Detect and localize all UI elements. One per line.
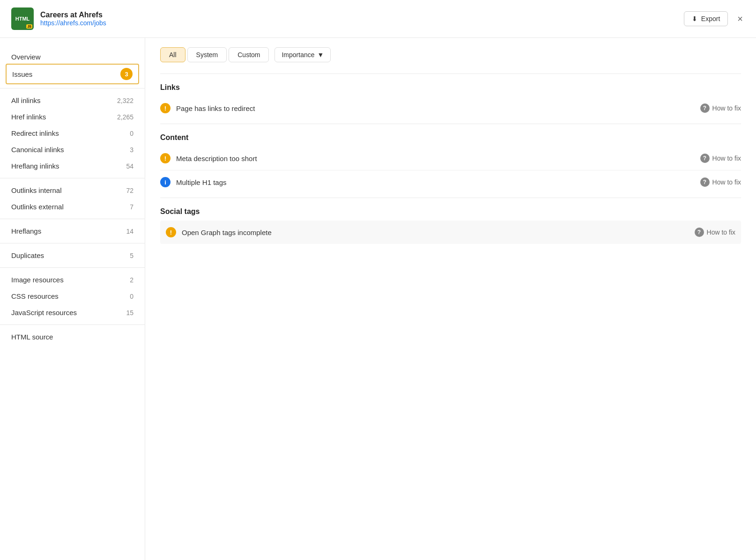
issue-text-meta: Meta description too short	[176, 155, 257, 162]
links-section-title: Links	[160, 80, 741, 96]
how-to-fix-label-redirect: How to fix	[712, 104, 741, 112]
site-info: Careers at Ahrefs https://ahrefs.com/job…	[40, 11, 106, 27]
sidebar-item-href-inlinks[interactable]: Href inlinks 2,265	[0, 109, 145, 125]
how-to-fix-label-meta: How to fix	[712, 155, 741, 162]
sidebar-item-image-resources-label: Image resources	[11, 276, 130, 284]
how-to-fix-h1[interactable]: ? How to fix	[700, 177, 741, 187]
sidebar-item-js-resources[interactable]: JavaScript resources 15	[0, 304, 145, 321]
sidebar-item-outlinks-external-label: Outlinks external	[11, 203, 130, 211]
header-left: HTML JS Careers at Ahrefs https://ahrefs…	[11, 7, 106, 30]
filter-system-button[interactable]: System	[187, 47, 227, 62]
warning-icon-meta: !	[160, 153, 170, 163]
social-tags-section: Social tags ! Open Graph tags incomplete…	[160, 198, 741, 244]
how-to-fix-redirect[interactable]: ? How to fix	[700, 103, 741, 113]
sidebar-item-canonical-inlinks-count: 3	[130, 146, 133, 154]
sidebar-item-hreflang-inlinks-label: Hreflang inlinks	[11, 162, 126, 170]
question-icon-meta: ?	[700, 154, 710, 163]
issues-badge: 3	[120, 68, 133, 80]
issue-row-meta-desc: ! Meta description too short ? How to fi…	[160, 147, 741, 170]
sidebar-item-hreflang-inlinks-count: 54	[126, 162, 133, 170]
sidebar-item-duplicates[interactable]: Duplicates 5	[0, 247, 145, 264]
question-icon-h1: ?	[700, 177, 710, 187]
page-header: HTML JS Careers at Ahrefs https://ahrefs…	[0, 0, 756, 38]
sidebar-item-canonical-inlinks[interactable]: Canonical inlinks 3	[0, 141, 145, 158]
sidebar-item-hreflang-inlinks[interactable]: Hreflang inlinks 54	[0, 158, 145, 174]
sidebar-item-css-resources-count: 0	[130, 293, 133, 300]
sidebar: Overview Issues 3 All inlinks 2,322 Href…	[0, 38, 145, 560]
export-label: Export	[701, 15, 720, 22]
sidebar-item-hreflangs-count: 14	[126, 228, 133, 235]
js-label: JS	[26, 24, 32, 29]
sidebar-item-image-resources-count: 2	[130, 276, 133, 284]
content-divider	[160, 124, 741, 124]
warning-icon-og: !	[166, 227, 176, 237]
issue-row-h1: i Multiple H1 tags ? How to fix	[160, 170, 741, 194]
sidebar-item-issues-label: Issues	[12, 70, 120, 78]
html-label: HTML	[15, 16, 30, 22]
question-icon-og: ?	[695, 228, 704, 237]
site-favicon: HTML JS	[11, 7, 34, 30]
sidebar-divider-4	[0, 243, 145, 243]
export-button[interactable]: ⬇ Export	[684, 11, 728, 26]
issue-text-h1: Multiple H1 tags	[176, 178, 227, 186]
header-right: ⬇ Export ×	[684, 11, 745, 26]
issue-row-redirect-links: ! Page has links to redirect ? How to fi…	[160, 96, 741, 120]
how-to-fix-label-h1: How to fix	[712, 178, 741, 186]
export-icon: ⬇	[692, 15, 697, 22]
sidebar-item-outlinks-internal-count: 72	[126, 187, 133, 194]
sidebar-item-css-resources[interactable]: CSS resources 0	[0, 288, 145, 304]
how-to-fix-label-og: How to fix	[707, 228, 735, 236]
sidebar-item-html-source[interactable]: HTML source	[0, 329, 145, 345]
sidebar-item-redirect-inlinks[interactable]: Redirect inlinks 0	[0, 125, 145, 141]
site-url-link[interactable]: https://ahrefs.com/jobs	[40, 19, 106, 27]
question-icon-redirect: ?	[700, 103, 710, 113]
social-divider	[160, 198, 741, 198]
links-divider	[160, 74, 741, 74]
filter-importance-dropdown[interactable]: Importance ▼	[274, 47, 331, 62]
how-to-fix-meta[interactable]: ? How to fix	[700, 154, 741, 163]
content-section: Content ! Meta description too short ? H…	[160, 124, 741, 194]
sidebar-item-all-inlinks-label: All inlinks	[11, 96, 117, 104]
filter-bar: All System Custom Importance ▼	[160, 47, 741, 62]
sidebar-divider-3	[0, 219, 145, 219]
info-icon-h1: i	[160, 177, 170, 187]
sidebar-item-issues[interactable]: Issues 3	[6, 64, 139, 84]
sidebar-item-href-inlinks-count: 2,265	[117, 113, 133, 121]
sidebar-item-outlinks-internal-label: Outlinks internal	[11, 186, 126, 194]
sidebar-item-js-resources-label: JavaScript resources	[11, 309, 126, 317]
sidebar-item-all-inlinks-count: 2,322	[117, 97, 133, 104]
sidebar-item-js-resources-count: 15	[126, 309, 133, 317]
sidebar-item-duplicates-count: 5	[130, 252, 133, 259]
sidebar-item-hreflangs[interactable]: Hreflangs 14	[0, 223, 145, 239]
sidebar-item-outlinks-internal[interactable]: Outlinks internal 72	[0, 182, 145, 199]
issue-row-left: ! Page has links to redirect	[160, 103, 255, 113]
sidebar-divider-6	[0, 324, 145, 325]
site-name: Careers at Ahrefs	[40, 11, 106, 19]
sidebar-item-all-inlinks[interactable]: All inlinks 2,322	[0, 92, 145, 109]
chevron-down-icon: ▼	[318, 51, 324, 59]
issue-text-redirect: Page has links to redirect	[176, 104, 255, 112]
content-area: All System Custom Importance ▼ Links ! P…	[145, 38, 756, 560]
how-to-fix-og[interactable]: ? How to fix	[695, 228, 735, 237]
sidebar-item-outlinks-external[interactable]: Outlinks external 7	[0, 199, 145, 215]
content-section-title: Content	[160, 130, 741, 147]
sidebar-divider-1	[0, 88, 145, 88]
sidebar-item-duplicates-label: Duplicates	[11, 251, 130, 259]
social-tags-section-title: Social tags	[160, 204, 741, 221]
sidebar-divider-5	[0, 267, 145, 268]
sidebar-item-image-resources[interactable]: Image resources 2	[0, 272, 145, 288]
issue-meta-left: ! Meta description too short	[160, 153, 257, 163]
issue-og-left: ! Open Graph tags incomplete	[166, 227, 272, 237]
issue-h1-left: i Multiple H1 tags	[160, 177, 227, 187]
sidebar-item-canonical-inlinks-label: Canonical inlinks	[11, 146, 130, 154]
sidebar-divider-2	[0, 178, 145, 178]
warning-icon-redirect: !	[160, 103, 170, 113]
sidebar-item-href-inlinks-label: Href inlinks	[11, 113, 117, 121]
sidebar-overview-label: Overview	[0, 45, 145, 64]
filter-all-button[interactable]: All	[160, 47, 185, 62]
sidebar-item-redirect-inlinks-label: Redirect inlinks	[11, 129, 130, 137]
links-section: Links ! Page has links to redirect ? How…	[160, 74, 741, 120]
filter-custom-button[interactable]: Custom	[229, 47, 269, 62]
close-button[interactable]: ×	[735, 12, 745, 26]
sidebar-item-hreflangs-label: Hreflangs	[11, 227, 126, 235]
